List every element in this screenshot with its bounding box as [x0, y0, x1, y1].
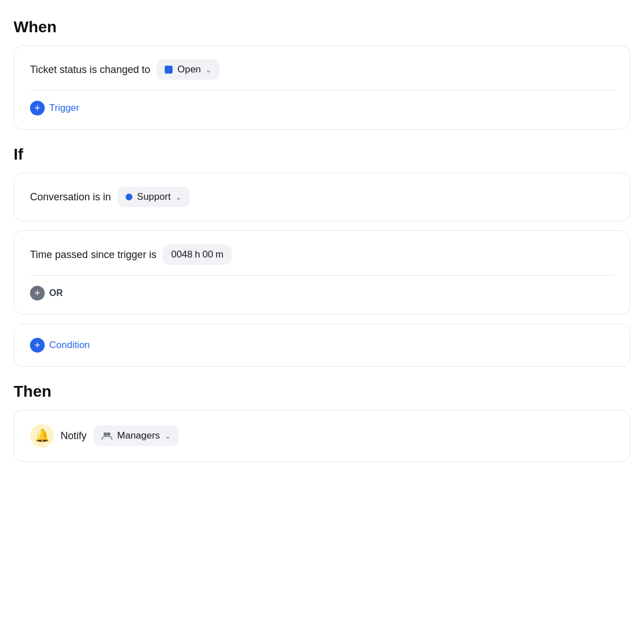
notify-text: Notify: [61, 430, 87, 442]
add-condition-button[interactable]: + Condition: [30, 338, 90, 353]
svg-point-0: [104, 432, 107, 436]
card-divider-2: [30, 275, 614, 276]
time-condition-text: Time passed since trigger is: [30, 249, 156, 261]
status-label: Open: [177, 64, 201, 75]
time-minutes-value: 00: [203, 249, 213, 260]
group-dropdown[interactable]: Managers ⌄: [93, 426, 179, 446]
chevron-down-icon: ⌄: [175, 193, 182, 201]
time-m-unit: m: [216, 249, 224, 260]
svg-point-1: [107, 432, 110, 436]
add-condition-card: + Condition: [14, 324, 630, 367]
time-h-unit: h: [195, 249, 200, 260]
inbox-dropdown[interactable]: Support ⌄: [118, 187, 190, 207]
status-dropdown[interactable]: Open ⌄: [157, 59, 220, 80]
add-trigger-label: Trigger: [49, 102, 79, 114]
or-button[interactable]: + OR: [30, 286, 63, 300]
inbox-label: Support: [137, 191, 171, 203]
add-condition-label: Condition: [49, 340, 90, 351]
add-trigger-button[interactable]: + Trigger: [30, 101, 79, 115]
time-condition-row: Time passed since trigger is 0048 h 00 m: [30, 244, 614, 265]
then-card: 🔔 Notify Managers ⌄: [14, 410, 630, 462]
conversation-condition-text: Conversation is in: [30, 191, 111, 203]
chevron-down-icon: ⌄: [205, 66, 212, 74]
plus-icon: +: [30, 101, 45, 115]
notify-icon: 🔔: [30, 424, 54, 448]
plus-condition-icon: +: [30, 338, 45, 353]
card-divider: [30, 90, 614, 91]
time-input-pill[interactable]: 0048 h 00 m: [163, 244, 231, 265]
when-label: When: [14, 18, 630, 36]
when-trigger-row: Ticket status is changed to Open ⌄: [30, 59, 614, 80]
inbox-dot: [126, 194, 132, 200]
then-action-row: 🔔 Notify Managers ⌄: [30, 424, 614, 448]
or-label: OR: [49, 288, 63, 298]
if-label: If: [14, 145, 630, 164]
group-label: Managers: [117, 430, 160, 441]
if-condition-card-1: Conversation is in Support ⌄: [14, 173, 630, 221]
when-card: Ticket status is changed to Open ⌄ + Tri…: [14, 45, 630, 130]
if-condition-card-2: Time passed since trigger is 0048 h 00 m…: [14, 230, 630, 315]
group-icon: [101, 430, 113, 441]
time-hours-value: 0048: [171, 249, 192, 260]
plus-gray-icon: +: [30, 286, 45, 300]
condition-row-1: Conversation is in Support ⌄: [30, 187, 614, 207]
then-label: Then: [14, 383, 630, 401]
trigger-description-text: Ticket status is changed to: [30, 64, 150, 76]
status-color-indicator: [165, 66, 173, 74]
chevron-down-group-icon: ⌄: [165, 432, 171, 440]
